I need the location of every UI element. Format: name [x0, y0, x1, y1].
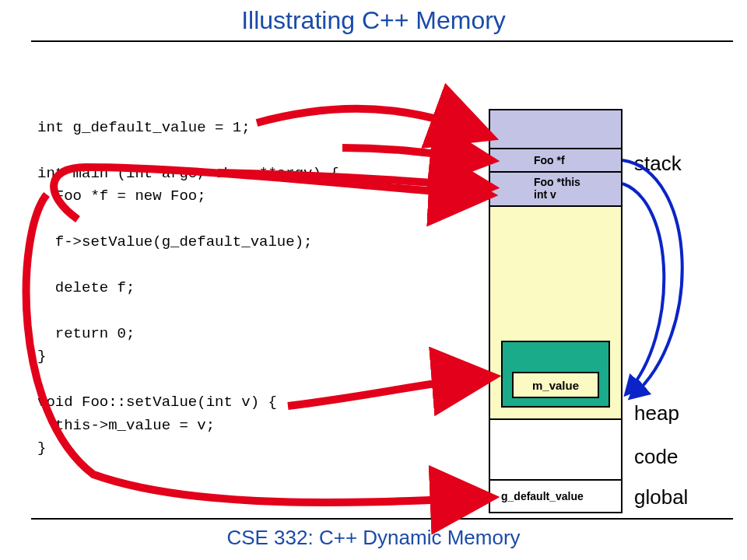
global-var: g_default_value [501, 490, 584, 502]
heap-object: m_value [501, 341, 610, 408]
label-global: global [634, 485, 688, 509]
stack-var-this: Foo *this [534, 176, 580, 188]
stack-var-f: Foo *f [534, 154, 565, 166]
stack-segment-top [490, 110, 621, 149]
label-stack: stack [634, 152, 682, 176]
label-heap: heap [634, 401, 679, 425]
divider-bottom [31, 518, 733, 520]
stack-var-v: int v [534, 188, 556, 201]
label-code: code [634, 445, 678, 469]
memory-diagram: m_value Foo *f Foo *this int v g_default… [489, 109, 622, 513]
slide-footer: CSE 332: C++ Dynamic Memory [0, 526, 747, 550]
code-listing: int g_default_value = 1; int main (int a… [37, 117, 339, 460]
divider-top [31, 40, 733, 42]
code-segment [490, 420, 621, 481]
heap-object-member: m_value [512, 372, 599, 398]
slide-title: Illustrating C++ Memory [0, 0, 747, 35]
